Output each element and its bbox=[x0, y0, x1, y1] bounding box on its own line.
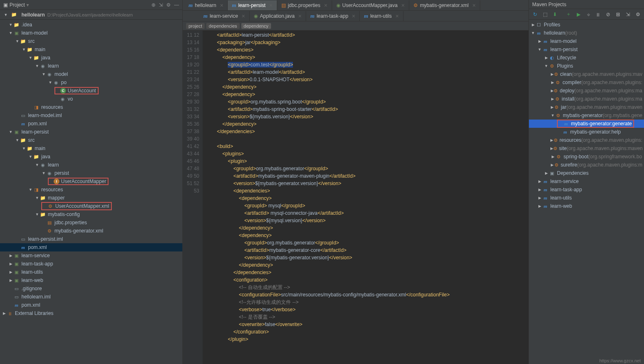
tree-item--idea[interactable]: ▼📁.idea bbox=[0, 21, 182, 29]
tab-UserAccountMapper-java[interactable]: ◉UserAccountMapper.java× bbox=[332, 0, 409, 10]
close-icon[interactable]: × bbox=[401, 2, 405, 9]
close-icon[interactable]: × bbox=[220, 2, 223, 9]
tree-item-persist[interactable]: ▼◉persist bbox=[0, 169, 182, 177]
maven-item-surefire[interactable]: ▶⚙surefire (org.apache.maven.plugins:m bbox=[529, 161, 644, 169]
tree-item-jdbc-properties[interactable]: ▤jdbc.properties bbox=[0, 218, 182, 227]
tree-item-learn-web[interactable]: ▶▣learn-web bbox=[0, 276, 182, 284]
maven-item-learn-web[interactable]: ▶mlearn-web bbox=[529, 202, 644, 210]
maven-item-learn-service[interactable]: ▶mlearn-service bbox=[529, 177, 644, 186]
maven-item-site[interactable]: ▶⚙site (org.apache.maven.plugins:maven bbox=[529, 144, 644, 153]
maven-item-Dependencies[interactable]: ▶▣Dependencies bbox=[529, 169, 644, 177]
reimport-icon[interactable]: ↻ bbox=[531, 11, 539, 18]
close-icon[interactable]: × bbox=[269, 2, 273, 9]
maven-item-mybatis-generator-generate[interactable]: mmybatis-generator:generate bbox=[529, 120, 644, 128]
tab-mybatis-generator-xml[interactable]: ⚙mybatis-generator.xml× bbox=[409, 0, 480, 10]
tree-item-hellolearn-iml[interactable]: ▭hellolearn.iml bbox=[0, 293, 182, 301]
tree-item-resources[interactable]: ◨resources bbox=[0, 103, 182, 111]
tree-item-java[interactable]: ▼📁java bbox=[0, 54, 182, 62]
maven-item-learn-task-app[interactable]: ▶mlearn-task-app bbox=[529, 186, 644, 194]
collapse-icon[interactable]: ⇲ bbox=[159, 2, 163, 8]
maven-item-hellolearn[interactable]: ▼mhellolearn (root) bbox=[529, 29, 644, 37]
close-icon[interactable]: × bbox=[298, 13, 302, 19]
offline-icon[interactable]: ⊘ bbox=[604, 11, 612, 18]
close-icon[interactable]: × bbox=[352, 13, 355, 19]
tree-item-learn-utils[interactable]: ▶▣learn-utils bbox=[0, 268, 182, 276]
maven-item-jar[interactable]: ▶⚙jar (org.apache.maven.plugins:maven bbox=[529, 103, 644, 111]
tree-item-learn-task-app[interactable]: ▶▣learn-task-app bbox=[0, 260, 182, 268]
generate-icon[interactable]: ⬚ bbox=[541, 11, 549, 18]
crumb-dependency[interactable]: dependency bbox=[241, 23, 271, 29]
tree-item-src[interactable]: ▼📁src bbox=[0, 37, 182, 45]
close-icon[interactable]: × bbox=[395, 13, 399, 19]
tree-item-main[interactable]: ▼📁main bbox=[0, 45, 182, 54]
tree-item-learn-persist[interactable]: ▼▣learn-persist bbox=[0, 128, 182, 136]
tree-item-po[interactable]: ▼◉po bbox=[0, 78, 182, 87]
tab-learn-task-app[interactable]: mlearn-task-app× bbox=[306, 11, 360, 21]
maven-item-Profiles[interactable]: ▶☐Profiles bbox=[529, 21, 644, 29]
tab-Application-java[interactable]: ◉Application.java× bbox=[250, 11, 306, 21]
tree-item-mybatis-generator-xml[interactable]: ⚙mybatis-generator.xml bbox=[0, 227, 182, 235]
code-editor[interactable]: 11 12 13 14 15 16 17 18 19 20 21 22 23 2… bbox=[183, 31, 528, 364]
tree-item-mybatis-config[interactable]: ▼📁mybatis-config bbox=[0, 210, 182, 218]
close-icon[interactable]: × bbox=[472, 2, 476, 9]
tree-item-pom-xml[interactable]: mpom.xml bbox=[0, 301, 182, 309]
maven-item-install[interactable]: ▶⚙install (org.apache.maven.plugins:ma bbox=[529, 95, 644, 103]
tab-learn-service[interactable]: mlearn-service× bbox=[199, 11, 250, 21]
tree-item-learn-model[interactable]: ▼▣learn-model bbox=[0, 29, 182, 37]
maven-tree[interactable]: ▶☐Profiles▼mhellolearn (root)▶mlearn-mod… bbox=[529, 20, 644, 364]
tree-item-UserAccountMapper[interactable]: IUserAccountMapper bbox=[0, 177, 182, 186]
settings-icon[interactable]: ⚙ bbox=[166, 2, 171, 8]
tree-item-UserAccount[interactable]: CUserAccount bbox=[0, 87, 182, 95]
tree-item-External-Libraries[interactable]: ▶⫼External Libraries bbox=[0, 309, 182, 317]
maven-item-clean[interactable]: ▶⚙clean (org.apache.maven.plugins:mav bbox=[529, 70, 644, 78]
tree-item-src[interactable]: ▼📁src bbox=[0, 136, 182, 144]
maven-item-learn-utils[interactable]: ▶mlearn-utils bbox=[529, 194, 644, 202]
download-icon[interactable]: ⬇ bbox=[551, 11, 559, 18]
tree-item-java[interactable]: ▼📁java bbox=[0, 153, 182, 161]
maven-item-compiler[interactable]: ▶⚙compiler (org.apache.maven.plugins: bbox=[529, 78, 644, 87]
dependencies-icon[interactable]: ⊞ bbox=[614, 11, 622, 18]
execute-icon[interactable]: ⟐ bbox=[585, 11, 592, 18]
tree-item-mapper[interactable]: ▼📁mapper bbox=[0, 194, 182, 202]
crumb-dependencies[interactable]: dependencies bbox=[206, 23, 240, 29]
maven-item-spring-boot[interactable]: ▶⚙spring-boot (org.springframework.bo bbox=[529, 153, 644, 161]
code-content[interactable]: <artifactId>learn-persist</artifactId> <… bbox=[203, 31, 528, 364]
close-icon[interactable]: × bbox=[324, 2, 327, 9]
maven-item-learn-persist[interactable]: ▼mlearn-persist bbox=[529, 45, 644, 54]
tree-item-model[interactable]: ▼◉model bbox=[0, 70, 182, 78]
run-icon[interactable]: ▶ bbox=[575, 11, 582, 18]
tree-item-learn-persist-iml[interactable]: ▭learn-persist.iml bbox=[0, 235, 182, 243]
scroll-from-source-icon[interactable]: ⊕ bbox=[151, 2, 156, 8]
tree-item--gitignore[interactable]: ▭.gitignore bbox=[0, 284, 182, 293]
tree-item-learn[interactable]: ▼◉learn bbox=[0, 62, 182, 70]
tab-jdbc-properties[interactable]: ▤jdbc.properties× bbox=[277, 0, 332, 10]
tree-item-UserAccountMapper-xml[interactable]: ⚙UserAccountMapper.xml bbox=[0, 202, 182, 210]
tab-hellolearn[interactable]: mhellolearn× bbox=[184, 0, 228, 10]
tab-learn-persist[interactable]: mlearn-persist× bbox=[228, 0, 277, 10]
toggle-icon[interactable]: ⫼ bbox=[594, 11, 602, 18]
tree-item-main[interactable]: ▼📁main bbox=[0, 144, 182, 153]
maven-settings-icon[interactable]: ⚙ bbox=[634, 11, 642, 18]
maven-item-Plugins[interactable]: ▼⚙Plugins bbox=[529, 62, 644, 70]
tree-item-learn-service[interactable]: ▶▣learn-service bbox=[0, 251, 182, 260]
crumb-project[interactable]: project bbox=[186, 23, 205, 29]
maven-item-learn-model[interactable]: ▶mlearn-model bbox=[529, 37, 644, 45]
project-root[interactable]: ▼📁 hellolearn D:\Project\Java\Learn\java… bbox=[0, 10, 182, 20]
tree-item-pom-xml[interactable]: mpom.xml bbox=[0, 243, 182, 251]
tab-learn-utils[interactable]: mlearn-utils× bbox=[360, 11, 403, 21]
tree-item-learn[interactable]: ▼◉learn bbox=[0, 161, 182, 169]
maven-item-mybatis-generator[interactable]: ▼⚙mybatis-generator (org.mybatis.gene bbox=[529, 111, 644, 120]
project-tree[interactable]: ▼📁.idea▼▣learn-model▼📁src▼📁main▼📁java▼◉l… bbox=[0, 20, 182, 364]
maven-item-resources[interactable]: ▶⚙resources (org.apache.maven.plugins: bbox=[529, 136, 644, 144]
maven-item-mybatis-generator-help[interactable]: mmybatis-generator:help bbox=[529, 128, 644, 136]
tree-item-learn-model-iml[interactable]: ▭learn-model.iml bbox=[0, 111, 182, 120]
add-icon[interactable]: ＋ bbox=[565, 11, 572, 18]
tree-item-pom-xml[interactable]: mpom.xml bbox=[0, 120, 182, 128]
tree-item-resources[interactable]: ▼◨resources bbox=[0, 186, 182, 194]
maven-item-deploy[interactable]: ▶⚙deploy (org.apache.maven.plugins:ma bbox=[529, 87, 644, 95]
close-icon[interactable]: × bbox=[242, 13, 245, 19]
maven-item-Lifecycle[interactable]: ▶◐Lifecycle bbox=[529, 54, 644, 62]
tree-item-vo[interactable]: ◉vo bbox=[0, 95, 182, 103]
hide-icon[interactable]: — bbox=[174, 2, 179, 8]
collapse-all-icon[interactable]: ⇲ bbox=[624, 11, 632, 18]
